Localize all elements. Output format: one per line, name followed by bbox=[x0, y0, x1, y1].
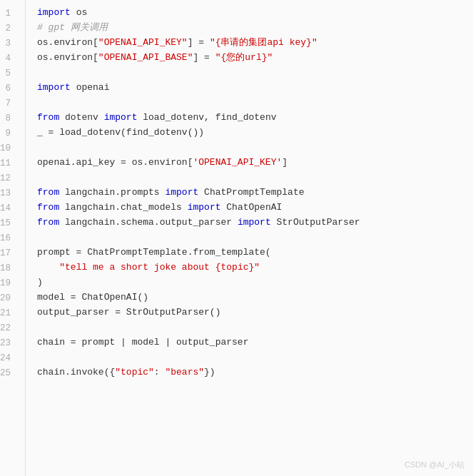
code-line-2: # gpt 网关调用 bbox=[37, 21, 462, 36]
code-line-3: os.environ["OPENAI_API_KEY"] = "{串请的集团ap… bbox=[37, 36, 462, 51]
code-line-14: from langchain.chat_models import ChatOp… bbox=[37, 201, 462, 216]
code-editor: 1 2 3 4 5 6 7 8 9 10 11 12 13 14 15 16 1… bbox=[0, 0, 473, 476]
code-line-5 bbox=[37, 66, 462, 81]
code-line-6: import openai bbox=[37, 81, 462, 96]
code-line-4: os.environ["OPENAI_API_BASE"] = "{您的url}… bbox=[37, 51, 462, 66]
code-line-21: output_parser = StrOutputParser() bbox=[37, 305, 462, 320]
code-lines[interactable]: import os # gpt 网关调用 os.environ["OPENAI_… bbox=[26, 0, 473, 476]
comment: # gpt 网关调用 bbox=[37, 21, 108, 36]
code-line-17: prompt = ChatPromptTemplate.from_templat… bbox=[37, 245, 462, 260]
code-line-10 bbox=[37, 141, 462, 156]
code-line-13: from langchain.prompts import ChatPrompt… bbox=[37, 186, 462, 201]
plain-text: os bbox=[71, 6, 87, 21]
code-line-8: from dotenv import load_dotenv, find_dot… bbox=[37, 111, 462, 126]
keyword: import bbox=[37, 6, 71, 21]
code-line-11: openai.api_key = os.environ['OPENAI_API_… bbox=[37, 156, 462, 171]
code-line-9: _ = load_dotenv(find_dotenv()) bbox=[37, 126, 462, 141]
code-line-15: from langchain.schema.output_parser impo… bbox=[37, 216, 462, 231]
code-line-7 bbox=[37, 96, 462, 111]
line-numbers: 1 2 3 4 5 6 7 8 9 10 11 12 13 14 15 16 1… bbox=[0, 0, 26, 476]
watermark: CSDN @AI_小站 bbox=[405, 460, 464, 470]
code-line-16 bbox=[37, 231, 462, 245]
code-line-18: "tell me a short joke about {topic}" bbox=[37, 260, 462, 275]
code-content: 1 2 3 4 5 6 7 8 9 10 11 12 13 14 15 16 1… bbox=[0, 0, 473, 476]
code-line-20: model = ChatOpenAI() bbox=[37, 290, 462, 305]
code-line-22 bbox=[37, 320, 462, 335]
code-line-25: chain.invoke({"topic": "bears"}) bbox=[37, 365, 462, 380]
code-line-19: ) bbox=[37, 275, 462, 290]
code-line-1: import os bbox=[37, 6, 462, 21]
code-line-23: chain = prompt | model | output_parser bbox=[37, 335, 462, 350]
code-line-12 bbox=[37, 171, 462, 186]
code-line-24 bbox=[37, 350, 462, 365]
